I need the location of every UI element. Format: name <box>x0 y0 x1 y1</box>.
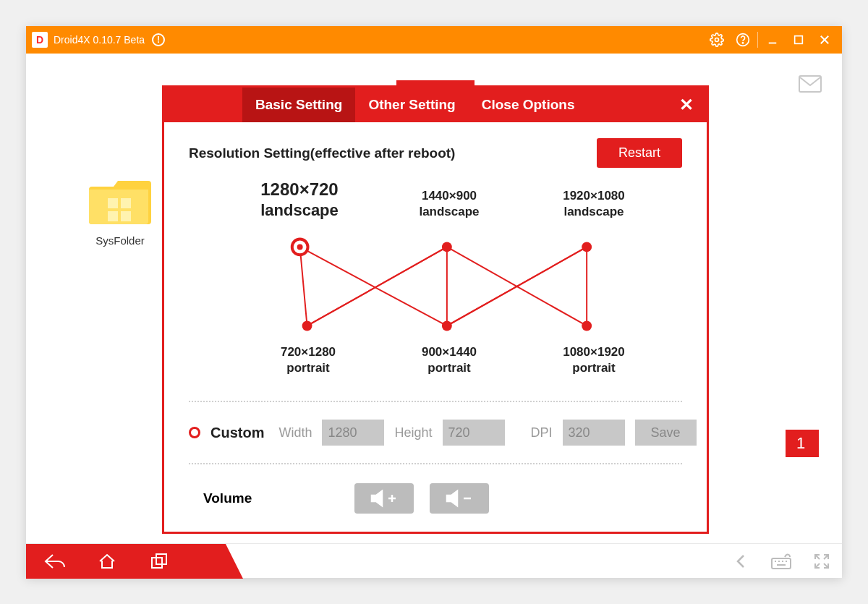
maximize-button[interactable] <box>786 26 812 54</box>
volume-row: Volume <box>189 477 682 519</box>
sysfolder-shortcut[interactable]: SysFolder <box>77 176 163 247</box>
svg-point-18 <box>297 244 303 250</box>
volume-label: Volume <box>203 490 252 506</box>
svg-rect-8 <box>121 198 131 208</box>
recent-apps-button[interactable] <box>137 544 181 579</box>
width-input[interactable] <box>322 420 384 446</box>
svg-rect-24 <box>772 558 791 569</box>
minimize-button[interactable] <box>760 26 786 54</box>
settings-dialog: Basic Setting Other Setting Close Option… <box>162 85 709 534</box>
svg-rect-9 <box>108 211 118 221</box>
svg-point-14 <box>442 321 452 331</box>
nav-bar <box>26 544 243 579</box>
svg-point-0 <box>715 38 719 42</box>
mail-icon[interactable] <box>799 75 822 93</box>
custom-resolution-row: Custom Width Height DPI Save <box>189 415 682 450</box>
app-window: D Droid4X 0.10.7 Beta ! SysFolder <box>26 26 842 578</box>
content-area: SysFolder 1 Basic Setting Other Setting … <box>26 54 842 543</box>
home-button[interactable] <box>85 544 129 579</box>
fullscreen-icon[interactable] <box>801 544 842 579</box>
svg-point-13 <box>442 242 452 252</box>
svg-point-12 <box>302 321 312 331</box>
folder-icon <box>89 176 151 227</box>
width-label: Width <box>278 425 312 441</box>
height-label: Height <box>394 425 432 441</box>
svg-rect-4 <box>795 36 803 44</box>
svg-rect-10 <box>121 211 131 221</box>
save-button[interactable]: Save <box>635 420 697 446</box>
notification-badge[interactable]: 1 <box>786 430 819 457</box>
badge-count: 1 <box>796 434 808 453</box>
app-title: Droid4X 0.10.7 Beta <box>54 34 145 46</box>
resolution-section-title: Resolution Setting(effective after reboo… <box>189 145 455 161</box>
dialog-close-icon[interactable]: ✕ <box>666 88 707 122</box>
settings-gear-icon[interactable] <box>704 26 730 54</box>
dpi-input[interactable] <box>563 420 625 446</box>
svg-rect-11 <box>799 76 821 92</box>
divider <box>189 463 682 464</box>
resolution-picker: 1280×720landscape 1440×900landscape 1920… <box>189 178 682 388</box>
restart-button[interactable]: Restart <box>597 138 682 168</box>
volume-up-button[interactable] <box>354 483 414 514</box>
svg-rect-7 <box>108 198 118 208</box>
titlebar: D Droid4X 0.10.7 Beta ! <box>26 26 842 54</box>
volume-down-button[interactable] <box>430 483 489 514</box>
info-icon[interactable]: ! <box>152 33 165 46</box>
svg-point-2 <box>742 43 743 43</box>
tab-other-setting[interactable]: Other Setting <box>355 88 468 122</box>
dpi-label: DPI <box>531 425 553 441</box>
custom-label: Custom <box>210 425 264 441</box>
app-logo-icon: D <box>32 32 48 48</box>
svg-point-15 <box>582 242 592 252</box>
bottombar <box>26 543 842 578</box>
help-icon[interactable] <box>730 26 756 54</box>
divider <box>189 401 682 402</box>
close-button[interactable] <box>812 26 838 54</box>
height-input[interactable] <box>443 420 505 446</box>
keyboard-icon[interactable] <box>761 544 801 579</box>
tab-basic-setting[interactable]: Basic Setting <box>242 88 355 122</box>
tab-close-options[interactable]: Close Options <box>469 88 588 122</box>
sysfolder-label: SysFolder <box>77 234 163 247</box>
custom-radio[interactable] <box>189 427 200 438</box>
resolution-connector <box>189 178 682 388</box>
back-button[interactable] <box>33 544 77 579</box>
svg-point-16 <box>582 321 592 331</box>
dialog-tabs: Basic Setting Other Setting Close Option… <box>164 88 707 122</box>
chevron-left-icon[interactable] <box>720 544 761 579</box>
